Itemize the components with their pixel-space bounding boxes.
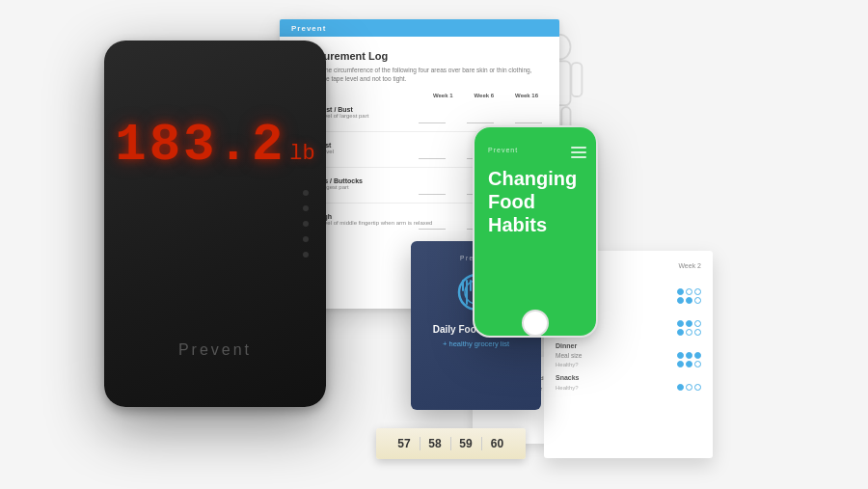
scale-dots — [303, 190, 309, 258]
star-2 — [686, 288, 692, 295]
chest-lines — [313, 122, 542, 123]
log-subtitle: Measure the circumference of the followi… — [297, 66, 542, 83]
ls1 — [677, 320, 684, 327]
phone-menu-icon — [571, 147, 586, 158]
food-tracker-subtitle: + healthy grocery list — [443, 340, 509, 348]
dinner-label: Dinner — [556, 342, 701, 349]
phone-home-button — [522, 310, 549, 337]
hstar-3 — [694, 297, 701, 304]
ds2 — [686, 352, 692, 359]
dinner-size-stars — [677, 352, 701, 359]
ls2 — [686, 320, 692, 327]
ls3 — [694, 320, 701, 327]
snacks-healthy: Healthy? — [556, 384, 701, 391]
dinner-meal-size: Meal size — [556, 352, 701, 359]
tape-num-59: 59 — [451, 437, 482, 450]
scale-device: 183.2 lb Prevent — [104, 41, 326, 407]
tape-numbers: 57 58 59 60 — [390, 437, 513, 450]
dh3 — [694, 361, 701, 367]
log-week-headers: Week 1 Week 6 Week 16 — [297, 93, 542, 98]
svg-rect-3 — [571, 63, 582, 96]
ds3 — [694, 352, 701, 359]
log-header-bar: Prevent — [280, 19, 559, 37]
sh3 — [694, 384, 701, 391]
chest-desc: at level of largest part — [313, 113, 542, 121]
scale-unit-display: lb — [289, 142, 314, 166]
meal-log-week: Week 2 — [678, 262, 701, 271]
tape-num-58: 58 — [420, 437, 451, 450]
week-label-3: Week 16 — [515, 93, 538, 98]
lh2 — [686, 329, 692, 336]
dinner-size-label: Meal size — [556, 352, 582, 359]
hstar-2 — [686, 297, 692, 304]
meal-section-snacks: Snacks Healthy? — [556, 374, 701, 391]
log-header-text: Prevent — [291, 24, 326, 33]
scale-dot-1 — [303, 190, 309, 196]
scale-weight-display: 183.2 — [115, 116, 285, 175]
dinner-healthy: Healthy? — [556, 361, 701, 367]
scale-dot-3 — [303, 221, 309, 227]
dh2 — [686, 361, 692, 367]
menu-bar-2 — [571, 151, 586, 153]
phone-prevent-label: Prevent — [488, 147, 583, 153]
week-label-1: Week 1 — [433, 93, 453, 98]
scene: 183.2 lb Prevent Prevent Measurement Log… — [0, 0, 868, 489]
tape-num-60: 60 — [482, 437, 513, 450]
lh1 — [677, 329, 684, 336]
hstar-1 — [677, 297, 684, 304]
snacks-healthy-label: Healthy? — [556, 385, 579, 391]
lh3 — [694, 329, 701, 336]
ds1 — [677, 352, 684, 359]
sh1 — [677, 384, 684, 391]
dh1 — [677, 361, 684, 367]
dinner-healthy-label: Healthy? — [556, 362, 579, 367]
breakfast-healthy-stars — [677, 297, 701, 304]
snacks-healthy-stars — [677, 384, 701, 391]
meal-section-dinner: Dinner Meal size Healthy? — [556, 342, 701, 367]
lunch-healthy-stars — [677, 329, 701, 336]
chest-label: Chest / Bust — [313, 106, 542, 113]
scale-brand-label: Prevent — [178, 341, 252, 359]
tape-num-57: 57 — [390, 437, 420, 450]
snacks-label: Snacks — [556, 374, 701, 381]
tape-measure: 57 58 59 60 — [376, 428, 526, 459]
breakfast-size-stars — [677, 288, 701, 295]
scale-dot-5 — [303, 252, 309, 258]
lunch-size-stars — [677, 320, 701, 327]
scale-dot-4 — [303, 236, 309, 242]
scale-dot-2 — [303, 205, 309, 211]
week-label-2: Week 6 — [475, 93, 495, 98]
menu-bar-3 — [571, 156, 586, 158]
dinner-healthy-stars — [677, 361, 701, 367]
phone-heading: ChangingFoodHabits — [488, 167, 583, 236]
phone-screen: Prevent ChangingFoodHabits — [475, 127, 596, 336]
chest-content: Chest / Bust at level of largest part — [313, 106, 542, 123]
star-1 — [677, 288, 684, 295]
phone-device: Prevent ChangingFoodHabits — [473, 125, 598, 338]
menu-bar-1 — [571, 147, 586, 149]
log-title: Measurement Log — [297, 50, 542, 62]
sh2 — [686, 384, 692, 391]
star-3 — [694, 288, 701, 295]
